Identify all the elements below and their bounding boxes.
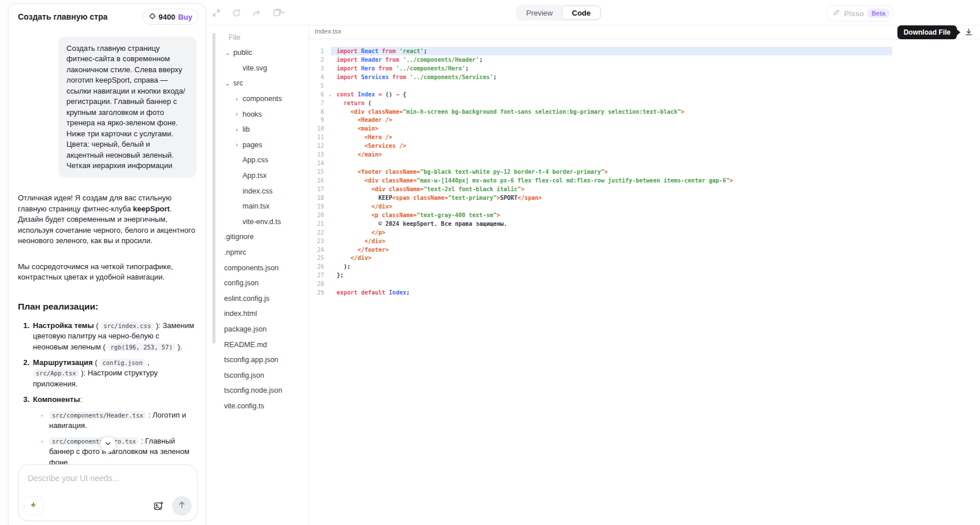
file-tree-item-public[interactable]: ⌄public — [206, 45, 308, 61]
file-tree-item-App.css[interactable]: App.css — [206, 152, 308, 168]
code-line-25[interactable]: 25 </div> — [309, 254, 980, 263]
code-line-1[interactable]: 1import React from 'react'; — [309, 47, 980, 55]
code-line-4[interactable]: 4import Services from '../components/Ser… — [309, 73, 980, 81]
expand-icon[interactable] — [212, 9, 221, 17]
code-line-21[interactable]: 21 © 2024 keepSport. Все права защищены. — [309, 219, 980, 228]
chevron-right-icon[interactable]: › — [233, 111, 240, 117]
chevron-right-icon[interactable]: › — [233, 142, 240, 148]
chevron-down-icon[interactable]: ⌄ — [224, 50, 231, 56]
fold-chevron-icon[interactable]: ⌄ — [324, 91, 337, 97]
file-tree-item-main.tsx[interactable]: main.tsx — [206, 199, 308, 214]
file-tree-item-components[interactable]: ›components — [206, 91, 308, 107]
file-tree-item-lib[interactable]: ›lib — [206, 122, 308, 137]
tab-code[interactable]: Code — [562, 6, 601, 20]
code-line-19[interactable]: 19 </div> — [309, 202, 980, 211]
duplicate-icon[interactable] — [273, 9, 285, 17]
inline-code-chip: src/index.css — [100, 322, 154, 330]
refresh-icon[interactable] — [232, 9, 241, 17]
code-line-17[interactable]: 17 <div className="text-2xl font-black i… — [309, 185, 980, 193]
file-tree-item-tsconfig.app.json[interactable]: tsconfig.app.json — [206, 352, 308, 368]
file-tree-item-config.json[interactable]: config.json — [206, 275, 308, 291]
code-text: KEEP<span className="text-primary">SPORT… — [337, 195, 542, 201]
code-line-20[interactable]: 20 <p className="text-gray-400 text-sm"> — [309, 211, 980, 219]
code-text: <main> — [337, 125, 378, 132]
file-tree-item-vite.config.ts[interactable]: vite.config.ts — [206, 399, 308, 414]
code-text: import Hero from '../components/Hero'; — [337, 65, 469, 72]
sparkle-ai-icon[interactable] — [24, 496, 43, 516]
file-label: index.html — [224, 310, 257, 318]
code-line-22[interactable]: 22 </p> — [309, 228, 980, 237]
file-tree-item-index.html[interactable]: index.html — [206, 306, 308, 322]
file-tree-item-tsconfig.node.json[interactable]: tsconfig.node.json — [206, 383, 308, 399]
code-line-26[interactable]: 26 ); — [309, 262, 980, 271]
code-line-11[interactable]: 11 <Hero /> — [309, 133, 980, 142]
tab-preview[interactable]: Preview — [517, 6, 562, 20]
chat-title: Создать главную стра — [18, 12, 107, 21]
line-number: 17 — [309, 186, 324, 192]
file-tree-item-index.css[interactable]: index.css — [206, 183, 308, 199]
code-line-18[interactable]: 18 KEEP<span className="text-primary">SP… — [309, 193, 980, 202]
assistant-message: Отличная идея! Я создам для вас стильную… — [18, 193, 196, 282]
line-number: 23 — [309, 238, 324, 244]
code-line-24[interactable]: 24 </footer> — [309, 245, 980, 254]
credits-pill[interactable]: 9400 Buy — [143, 9, 199, 25]
file-tree-item-package.json[interactable]: package.json — [206, 322, 308, 337]
pixso-brand-pill[interactable]: Pixso Beta — [826, 5, 893, 21]
code-line-23[interactable]: 23 </div> — [309, 237, 980, 245]
view-toggle: Preview Code — [516, 5, 602, 21]
add-image-icon[interactable] — [153, 501, 164, 512]
pencil-icon — [833, 8, 840, 18]
file-tree-item-.npmrc[interactable]: .npmrc — [206, 245, 308, 260]
file-tree-item-vite.svg[interactable]: vite.svg — [206, 61, 308, 76]
send-button[interactable] — [172, 496, 192, 516]
code-line-3[interactable]: 3import Hero from '../components/Hero'; — [309, 64, 980, 73]
file-tree-item-eslint.config.js[interactable]: eslint.config.js — [206, 291, 308, 307]
share-icon[interactable] — [252, 9, 261, 17]
download-icon[interactable] — [964, 28, 973, 36]
line-number: 5 — [309, 83, 324, 89]
code-line-29[interactable]: 29export default Index; — [309, 288, 980, 297]
file-tree-item-tsconfig.json[interactable]: tsconfig.json — [206, 367, 308, 383]
history-toolbar — [212, 0, 285, 25]
file-tree-item-App.tsx[interactable]: App.tsx — [206, 168, 308, 184]
file-tree-item-hooks[interactable]: ›hooks — [206, 106, 308, 122]
code-line-16[interactable]: 16 <div className="max-w-[1440px] mx-aut… — [309, 176, 980, 185]
code-area[interactable]: 1import React from 'react';2import Heade… — [309, 39, 980, 297]
scroll-to-bottom-button[interactable] — [100, 436, 116, 452]
prompt-input[interactable]: Describe your UI needs... — [18, 464, 198, 521]
file-tree-item-vite-env.d.ts[interactable]: vite-env.d.ts — [206, 214, 308, 230]
chevron-right-icon[interactable]: › — [233, 126, 240, 133]
bullet-icon: ◦ — [41, 410, 49, 431]
code-line-27[interactable]: 27}; — [309, 271, 980, 280]
code-line-15[interactable]: 15 <footer className="bg-black text-whit… — [309, 167, 980, 176]
file-tree-item-src[interactable]: ⌄src — [206, 76, 308, 91]
code-line-2[interactable]: 2import Header from '../components/Heade… — [309, 55, 980, 64]
file-tree-item-.gitignore[interactable]: .gitignore — [206, 229, 308, 245]
code-line-8[interactable]: 8 <div className="min-h-screen bg-backgr… — [309, 107, 980, 116]
chevron-down-icon[interactable]: ⌄ — [224, 80, 231, 87]
code-line-7[interactable]: 7 return ( — [309, 99, 980, 107]
chat-scrollbar-thumb[interactable] — [213, 33, 215, 344]
brand-name: Pixso — [844, 9, 864, 18]
plan-item-number: 1. — [18, 321, 29, 352]
code-line-9[interactable]: 9 <Header /> — [309, 116, 980, 125]
code-text: export default Index; — [337, 289, 409, 296]
code-line-28[interactable]: 28 — [309, 280, 980, 288]
code-line-12[interactable]: 12 <Services /> — [309, 142, 980, 150]
editor-tab-label[interactable]: Index.tsx — [315, 28, 341, 35]
code-line-10[interactable]: 10 <main> — [309, 124, 980, 133]
file-tree-item-README.md[interactable]: README.md — [206, 337, 308, 352]
file-label: package.json — [224, 325, 267, 333]
code-line-13[interactable]: 13 </main> — [309, 150, 980, 159]
file-label: main.tsx — [243, 202, 270, 210]
file-tree-item-pages[interactable]: ›pages — [206, 137, 308, 153]
code-line-14[interactable]: 14 — [309, 159, 980, 167]
chat-panel: Создать главную стра 9400 Buy Создать гл… — [8, 3, 206, 525]
line-number: 19 — [309, 203, 324, 210]
chevron-right-icon[interactable]: › — [233, 96, 240, 102]
buy-button[interactable]: Buy — [178, 13, 192, 21]
file-tree-item-components.json[interactable]: components.json — [206, 260, 308, 275]
code-line-5[interactable]: 5 — [309, 81, 980, 90]
line-number: 10 — [309, 125, 324, 132]
code-line-6[interactable]: 6⌄const Index = () ⇒ { — [309, 90, 980, 99]
